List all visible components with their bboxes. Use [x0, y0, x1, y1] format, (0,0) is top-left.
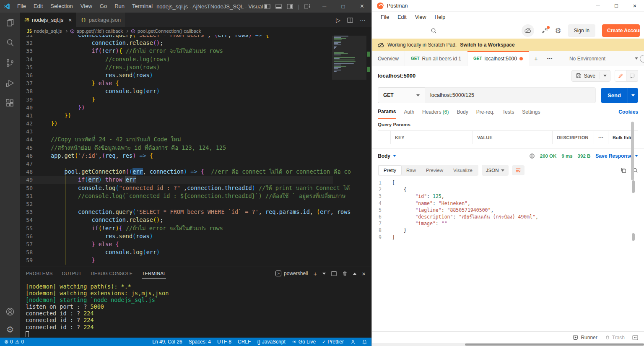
breadcrumb[interactable]: JSnodejs_sql.jsapp.get('/:id') callbackp… — [20, 27, 371, 35]
request-tab[interactable]: GETlocalhost:5000 — [467, 51, 529, 66]
code-line[interactable]: 31 connection.query('SELECT * FROM beers… — [20, 35, 333, 39]
req-tab-auth[interactable]: Auth — [404, 106, 414, 118]
breadcrumb-item[interactable]: nodejs_sql.js — [34, 29, 62, 34]
code-editor[interactable]: 31 connection.query('SELECT * FROM beers… — [20, 35, 371, 266]
editor-tab[interactable]: JSnodejs_sql.js× — [20, 13, 76, 27]
minimap-slider[interactable] — [332, 36, 366, 80]
tab-close-icon[interactable]: × — [68, 17, 72, 23]
req-tab-headers[interactable]: Headers (6) — [422, 106, 449, 118]
menu-run[interactable]: Run — [111, 0, 128, 13]
menu-file[interactable]: File — [13, 0, 30, 13]
response-body-selector[interactable]: Body — [378, 153, 396, 159]
request-tab[interactable]: GETRun all beers id 1 — [405, 51, 467, 66]
req-tab-settings[interactable]: Settings — [522, 106, 540, 118]
req-tab-body[interactable]: Body — [457, 106, 468, 118]
switch-workspace-link[interactable]: Switch to a Workspace — [460, 42, 514, 48]
code-line[interactable]: 52 — [20, 200, 333, 208]
comments-icon[interactable] — [626, 70, 638, 82]
code-line[interactable]: 58 console.log(err) — [20, 248, 333, 256]
copy-response-icon[interactable] — [621, 167, 626, 173]
new-tab-button[interactable]: + — [529, 51, 543, 66]
notifications-bell-icon[interactable] — [362, 339, 367, 345]
code-line[interactable]: 37 } else { — [20, 79, 333, 87]
code-line[interactable]: 45//สร้างหน้าย่อย ดึงข้อมูลเฉพาะ id ที่ต… — [20, 144, 333, 152]
run-debug-icon[interactable] — [5, 78, 15, 88]
status-badge[interactable]: 200 OK — [540, 153, 557, 159]
feedback-icon[interactable] — [350, 339, 356, 345]
pm-menu-file[interactable]: File — [377, 14, 393, 20]
code-line[interactable]: 46app.get('/:id',(req, res) => { — [20, 152, 333, 160]
code-line[interactable]: 41 }) — [20, 112, 333, 120]
panel-tab-debug-console[interactable]: DEBUG CONSOLE — [91, 269, 133, 278]
customize-layout-icon[interactable] — [304, 3, 311, 10]
create-account-button[interactable]: Create Account — [602, 24, 640, 37]
breadcrumb-item[interactable]: app.get('/:id') callback — [77, 29, 123, 34]
maximize-button[interactable]: □ — [334, 0, 353, 13]
horizontal-scrollbar[interactable] — [372, 343, 644, 346]
terminal-dropdown-icon[interactable] — [322, 273, 326, 275]
code-line[interactable]: 59 } — [20, 256, 333, 264]
tab-options-icon[interactable]: ••• — [543, 51, 558, 66]
code-line[interactable]: 56 res.send(rows) — [20, 232, 333, 240]
wrap-lines-icon[interactable] — [512, 165, 525, 175]
code-line[interactable]: 42}) — [20, 120, 333, 127]
pm-search-icon[interactable] — [431, 28, 437, 34]
split-terminal-icon[interactable] — [331, 271, 337, 276]
kill-terminal-icon[interactable] — [342, 271, 348, 276]
errors-indicator[interactable]: ⊗ 0 — [4, 339, 13, 345]
json-scrollbar-thumb[interactable] — [632, 233, 635, 241]
req-tab-tests[interactable]: Tests — [502, 106, 514, 118]
format-selector[interactable]: JSON — [482, 165, 509, 176]
run-file-icon[interactable]: ▷ — [336, 17, 340, 23]
trash-button[interactable]: Trash — [605, 335, 625, 341]
minimap[interactable] — [334, 36, 365, 72]
terminal-shell-chip[interactable]: > powershell — [275, 271, 308, 276]
sign-in-button[interactable]: Sign In — [568, 24, 595, 37]
code-line[interactable]: 32 connection.release(); — [20, 39, 333, 47]
minimize-button[interactable]: ─ — [315, 0, 334, 13]
status--javascript[interactable]: {} JavaScript — [257, 339, 285, 345]
panel-tab-output[interactable]: OUTPUT — [62, 269, 82, 278]
pm-maximize-button[interactable]: □ — [607, 0, 626, 12]
code-line[interactable]: 51 //console.log(`connected id : ${conne… — [20, 192, 333, 200]
view-raw[interactable]: Raw — [401, 166, 421, 175]
network-globe-icon[interactable] — [529, 153, 535, 159]
extensions-icon[interactable] — [5, 98, 15, 108]
code-line[interactable]: 49 if(err) throw err — [20, 176, 333, 184]
warnings-indicator[interactable]: ⚠ 0 — [15, 339, 24, 345]
column-options-icon[interactable]: ••• — [594, 131, 608, 144]
code-line[interactable]: 43 — [20, 127, 333, 135]
save-dropdown-icon[interactable] — [600, 72, 610, 79]
status-prettier[interactable]: ✓Prettier — [322, 339, 344, 345]
code-line[interactable]: 54 connection.release(); — [20, 216, 333, 224]
response-json-viewer[interactable]: 1[2 {3 "id": 125,4 "name": "Heineken",5 … — [372, 180, 644, 241]
select-all-column[interactable] — [378, 131, 390, 144]
close-button[interactable]: × — [353, 0, 371, 13]
code-line[interactable]: 35 //res.json(rows) — [20, 63, 333, 71]
code-line[interactable]: 47 — [20, 160, 333, 168]
save-button[interactable]: Save — [571, 70, 610, 82]
code-line[interactable]: 55 if(!err){ //ถ้าไม่ error จะใส่ในตัวแป… — [20, 224, 333, 232]
split-editor-icon[interactable] — [347, 17, 353, 23]
status-go-live[interactable]: Go Live — [292, 339, 316, 345]
panel-grid-icon[interactable] — [632, 335, 638, 340]
pm-menu-edit[interactable]: Edit — [394, 14, 410, 20]
response-size[interactable]: 392 B — [578, 153, 591, 159]
pm-menu-help[interactable]: Help — [431, 14, 449, 20]
offline-cloud-icon[interactable] — [522, 24, 534, 37]
code-line[interactable]: 40 }) — [20, 104, 333, 112]
status-utf-8[interactable]: UTF-8 — [217, 339, 231, 345]
pm-close-button[interactable]: × — [626, 0, 644, 12]
json-scrollbar-thumb[interactable] — [632, 180, 635, 193]
send-dropdown-icon[interactable] — [628, 88, 638, 103]
editor-tab[interactable]: {}package.json — [76, 13, 125, 27]
section-scrollbar[interactable] — [631, 122, 634, 180]
panel-tab-terminal[interactable]: TERMINAL — [142, 269, 166, 278]
menu-terminal[interactable]: Terminal — [128, 0, 156, 13]
source-control-icon[interactable] — [5, 58, 15, 68]
code-line[interactable]: 53 connection.query('SELECT * FROM beers… — [20, 208, 333, 216]
cookies-link[interactable]: Cookies — [618, 109, 638, 115]
method-selector[interactable]: GET — [378, 87, 425, 103]
search-icon[interactable] — [5, 38, 15, 48]
pm-menu-view[interactable]: View — [411, 14, 430, 20]
